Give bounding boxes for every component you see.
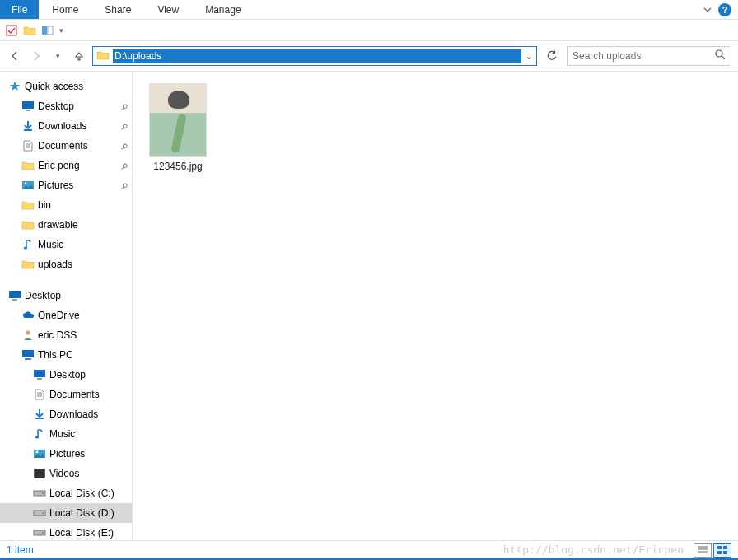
forward-button[interactable] (28, 48, 44, 64)
sidebar-item-label: Local Disk (E:) (49, 527, 114, 539)
address-path[interactable]: D:\uploads (113, 49, 521, 63)
music-icon (21, 238, 35, 251)
sidebar-item-music[interactable]: Music (0, 235, 132, 254)
sidebar-item-documents[interactable]: Documents (0, 385, 132, 404)
sidebar-item-eric-dss[interactable]: eric DSS (0, 325, 132, 345)
sidebar-item-label: Local Disk (D:) (49, 507, 114, 519)
nav-bar: ▾ D:\uploads ⌄ (0, 41, 738, 71)
svg-rect-30 (44, 469, 45, 478)
monitor-icon (21, 100, 35, 113)
address-dropdown-icon[interactable]: ⌄ (525, 50, 533, 62)
ribbon-tabs: File Home Share View Manage ? (0, 0, 738, 20)
pin-icon: ⚲ (119, 141, 129, 152)
drive-icon (33, 487, 46, 500)
tab-share[interactable]: Share (91, 0, 144, 19)
document-icon (33, 388, 46, 401)
sidebar-item-onedrive[interactable]: OneDrive (0, 306, 132, 325)
svg-rect-5 (22, 101, 34, 109)
folder-icon (21, 218, 35, 231)
qat-customize-icon[interactable] (41, 24, 54, 37)
properties-icon[interactable] (5, 24, 18, 37)
pin-icon: ⚲ (119, 161, 129, 171)
sidebar-item-eric-peng[interactable]: Eric peng⚲ (0, 156, 132, 175)
up-button[interactable] (71, 48, 87, 64)
svg-point-13 (24, 246, 27, 249)
sidebar-item-local-disk-c-[interactable]: Local Disk (C:) (0, 483, 132, 503)
sidebar-item-bin[interactable]: bin (0, 195, 132, 215)
svg-rect-14 (9, 291, 21, 298)
svg-point-25 (35, 436, 39, 438)
refresh-button[interactable] (542, 46, 562, 66)
sidebar-quick-access[interactable]: Quick access (0, 77, 132, 96)
sidebar-item-this-pc[interactable]: This PC (0, 345, 132, 365)
download-icon (21, 119, 35, 133)
svg-rect-17 (22, 350, 34, 357)
svg-rect-2 (48, 26, 53, 35)
file-list-pane[interactable]: 123456.jpg (133, 72, 738, 540)
sidebar-item-videos[interactable]: Videos (0, 464, 132, 483)
sidebar-item-drawable[interactable]: drawable (0, 215, 132, 235)
svg-point-34 (42, 512, 44, 514)
sidebar-desktop-root[interactable]: Desktop (0, 286, 132, 306)
explorer-body: Quick access Desktop⚲Downloads⚲Documents… (0, 71, 738, 540)
video-icon (33, 467, 46, 480)
new-folder-icon[interactable] (23, 24, 36, 37)
ribbon-spacer (255, 0, 703, 19)
sidebar-item-label: Local Disk (C:) (49, 488, 114, 499)
sidebar-item-label: Desktop (38, 100, 74, 112)
tab-home[interactable]: Home (39, 0, 91, 19)
tab-manage[interactable]: Manage (192, 0, 254, 19)
sidebar-item-local-disk-e-[interactable]: Local Disk (E:) (0, 523, 132, 540)
pin-icon: ⚲ (119, 121, 129, 132)
ribbon-right: ? (703, 0, 738, 19)
sidebar-item-label: Eric peng (38, 160, 80, 171)
sidebar-item-uploads[interactable]: uploads (0, 254, 132, 274)
status-item-count: 1 item (7, 544, 34, 556)
document-icon (21, 139, 35, 152)
sidebar-item-music[interactable]: Music (0, 424, 132, 444)
sidebar-label: Quick access (25, 81, 83, 92)
sidebar-item-downloads[interactable]: Downloads⚲ (0, 116, 132, 136)
svg-point-27 (36, 451, 39, 454)
folder-icon (21, 198, 35, 212)
star-icon (8, 80, 21, 93)
help-icon[interactable]: ? (718, 3, 731, 16)
file-item[interactable]: 123456.jpg (141, 80, 215, 175)
sidebar-item-label: Videos (49, 468, 79, 479)
sidebar-item-label: eric DSS (38, 329, 77, 341)
sidebar-item-label: Music (49, 428, 75, 440)
thumbnails-view-button[interactable] (713, 543, 731, 558)
sidebar-item-local-disk-d-[interactable]: Local Disk (D:) (0, 503, 132, 523)
svg-rect-6 (26, 110, 30, 111)
sidebar-item-label: Downloads (49, 408, 98, 420)
qat-dropdown-icon[interactable]: ▾ (59, 26, 63, 35)
watermark-text: http://blog.csdn.net/Ericpen (503, 544, 684, 556)
sidebar-item-pictures[interactable]: Pictures (0, 444, 132, 464)
sidebar-item-desktop[interactable]: Desktop (0, 365, 132, 385)
details-view-button[interactable] (694, 543, 712, 558)
svg-rect-42 (717, 551, 722, 554)
recent-locations-icon[interactable]: ▾ (49, 48, 66, 64)
search-icon[interactable] (715, 49, 726, 63)
svg-rect-29 (34, 469, 35, 478)
back-button[interactable] (7, 48, 23, 64)
tab-view[interactable]: View (144, 0, 192, 19)
svg-rect-20 (37, 378, 42, 380)
sidebar-item-downloads[interactable]: Downloads (0, 404, 132, 424)
sidebar-item-label: Documents (49, 389, 100, 400)
sidebar-item-documents[interactable]: Documents⚲ (0, 136, 132, 156)
sidebar-item-pictures[interactable]: Pictures⚲ (0, 175, 132, 195)
ribbon-collapse-icon[interactable] (703, 4, 712, 16)
tab-file[interactable]: File (0, 0, 39, 19)
sidebar-item-label: Desktop (49, 369, 86, 380)
search-box[interactable] (567, 46, 731, 66)
address-bar[interactable]: D:\uploads ⌄ (92, 46, 537, 66)
svg-point-36 (42, 532, 44, 534)
navigation-pane[interactable]: Quick access Desktop⚲Downloads⚲Documents… (0, 72, 132, 540)
search-input[interactable] (572, 50, 715, 62)
sidebar-item-label: OneDrive (38, 310, 80, 321)
pin-icon: ⚲ (119, 180, 129, 191)
sidebar-item-desktop[interactable]: Desktop⚲ (0, 96, 132, 116)
pictures-icon (33, 447, 46, 460)
sidebar-item-label: Pictures (38, 180, 73, 191)
